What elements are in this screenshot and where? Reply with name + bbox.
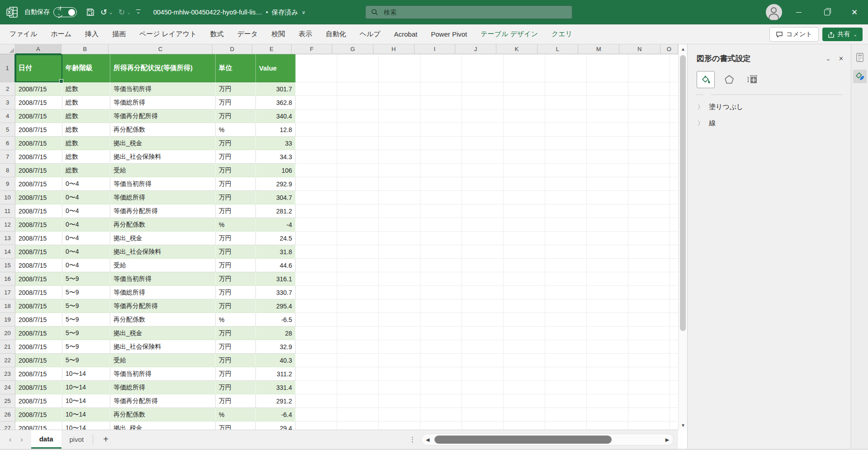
cell-G15[interactable] bbox=[337, 259, 379, 272]
cell-O6[interactable] bbox=[670, 137, 678, 150]
row-header-4[interactable]: 4 bbox=[0, 109, 15, 123]
cell-F7[interactable] bbox=[296, 150, 337, 164]
cell-C2[interactable]: 等価当初所得 bbox=[110, 82, 216, 96]
cell-K4[interactable] bbox=[504, 109, 545, 123]
cell-D9[interactable]: 万円 bbox=[216, 177, 256, 191]
cell-G11[interactable] bbox=[337, 204, 379, 218]
sheet-nav-left-icon[interactable]: ‹ bbox=[9, 436, 11, 444]
cell-D12[interactable]: % bbox=[216, 218, 256, 232]
cell-L12[interactable] bbox=[545, 218, 587, 232]
row-header-20[interactable]: 20 bbox=[0, 327, 15, 340]
cell-A22[interactable]: 2008/7/15 bbox=[15, 354, 62, 367]
ribbon-tab-6[interactable]: データ bbox=[231, 24, 265, 44]
cell-H20[interactable] bbox=[379, 327, 420, 340]
cell-N14[interactable] bbox=[628, 245, 670, 259]
cell-N15[interactable] bbox=[628, 259, 670, 272]
cell-B10[interactable]: 0〜4 bbox=[62, 191, 110, 204]
cell-K5[interactable] bbox=[504, 123, 545, 137]
cell-J13[interactable] bbox=[462, 232, 504, 245]
cell-E23[interactable]: 311.2 bbox=[256, 367, 296, 381]
cell-C4[interactable]: 等価再分配所得 bbox=[110, 109, 216, 123]
effects-tab[interactable] bbox=[720, 71, 738, 88]
row-header-3[interactable]: 3 bbox=[0, 96, 15, 109]
cell-O7[interactable] bbox=[670, 150, 678, 164]
row-header-24[interactable]: 24 bbox=[0, 381, 15, 394]
cell-J15[interactable] bbox=[462, 259, 504, 272]
cell-A16[interactable]: 2008/7/15 bbox=[15, 272, 62, 286]
select-all-corner[interactable] bbox=[0, 44, 15, 54]
cell-G7[interactable] bbox=[337, 150, 379, 164]
cell-J12[interactable] bbox=[462, 218, 504, 232]
cell-G18[interactable] bbox=[337, 299, 379, 313]
cell-J1[interactable] bbox=[462, 54, 504, 82]
column-header-B[interactable]: B bbox=[61, 44, 108, 54]
cell-D13[interactable]: 万円 bbox=[216, 232, 256, 245]
cell-F21[interactable] bbox=[296, 340, 337, 354]
cell-K20[interactable] bbox=[504, 327, 545, 340]
cell-N19[interactable] bbox=[628, 313, 670, 327]
cell-L24[interactable] bbox=[545, 381, 587, 394]
cell-G12[interactable] bbox=[337, 218, 379, 232]
cell-F25[interactable] bbox=[296, 394, 337, 408]
cell-M1[interactable] bbox=[587, 54, 628, 82]
cell-G23[interactable] bbox=[337, 367, 379, 381]
document-title[interactable]: 00450-mhlw-00450422-hyo9-full-lis… • 保存済… bbox=[153, 8, 305, 17]
cell-J22[interactable] bbox=[462, 354, 504, 367]
cell-A3[interactable]: 2008/7/15 bbox=[15, 96, 62, 109]
add-sheet-button[interactable]: + bbox=[94, 430, 118, 449]
cell-G17[interactable] bbox=[337, 286, 379, 299]
customize-quick-access-icon[interactable]: ⌄ bbox=[136, 9, 141, 15]
cell-N18[interactable] bbox=[628, 299, 670, 313]
cell-G10[interactable] bbox=[337, 191, 379, 204]
cell-I18[interactable] bbox=[420, 299, 462, 313]
ribbon-tab-13[interactable]: テーブル デザイン bbox=[474, 24, 545, 44]
cell-B9[interactable]: 0〜4 bbox=[62, 177, 110, 191]
cell-G13[interactable] bbox=[337, 232, 379, 245]
cell-A12[interactable]: 2008/7/15 bbox=[15, 218, 62, 232]
cell-I25[interactable] bbox=[420, 394, 462, 408]
ribbon-tab-2[interactable]: 挿入 bbox=[78, 24, 105, 44]
row-header-6[interactable]: 6 bbox=[0, 137, 15, 150]
cell-C15[interactable]: 受給 bbox=[110, 259, 216, 272]
cell-C6[interactable]: 拠出_税金 bbox=[110, 137, 216, 150]
cell-L6[interactable] bbox=[545, 137, 587, 150]
cell-C12[interactable]: 再分配係数 bbox=[110, 218, 216, 232]
cell-L8[interactable] bbox=[545, 164, 587, 177]
cell-B27[interactable]: 10〜14 bbox=[62, 422, 110, 430]
cell-G20[interactable] bbox=[337, 327, 379, 340]
ribbon-tab-12[interactable]: Power Pivot bbox=[424, 24, 474, 44]
cell-A27[interactable]: 2008/7/15 bbox=[15, 422, 62, 430]
cell-G27[interactable] bbox=[337, 422, 379, 430]
cell-E13[interactable]: 24.5 bbox=[256, 232, 296, 245]
cell-B6[interactable]: 総数 bbox=[62, 137, 110, 150]
cell-B18[interactable]: 5〜9 bbox=[62, 299, 110, 313]
cell-H25[interactable] bbox=[379, 394, 420, 408]
cell-K2[interactable] bbox=[504, 82, 545, 96]
cell-N2[interactable] bbox=[628, 82, 670, 96]
row-header-7[interactable]: 7 bbox=[0, 150, 15, 164]
cell-A14[interactable]: 2008/7/15 bbox=[15, 245, 62, 259]
save-icon[interactable] bbox=[86, 8, 95, 17]
cell-O19[interactable] bbox=[670, 313, 678, 327]
cell-C7[interactable]: 拠出_社会保険料 bbox=[110, 150, 216, 164]
cell-J2[interactable] bbox=[462, 82, 504, 96]
column-header-E[interactable]: E bbox=[252, 44, 292, 54]
cell-K17[interactable] bbox=[504, 286, 545, 299]
cell-I26[interactable] bbox=[420, 408, 462, 422]
cell-M10[interactable] bbox=[587, 191, 628, 204]
undo-icon[interactable]: ↺ bbox=[100, 8, 107, 16]
cell-F26[interactable] bbox=[296, 408, 337, 422]
cell-J8[interactable] bbox=[462, 164, 504, 177]
cell-H16[interactable] bbox=[379, 272, 420, 286]
cell-H15[interactable] bbox=[379, 259, 420, 272]
cell-D21[interactable]: 万円 bbox=[216, 340, 256, 354]
cell-E11[interactable]: 281.2 bbox=[256, 204, 296, 218]
cell-H27[interactable] bbox=[379, 422, 420, 430]
cell-J21[interactable] bbox=[462, 340, 504, 354]
cell-O8[interactable] bbox=[670, 164, 678, 177]
cell-F6[interactable] bbox=[296, 137, 337, 150]
cell-A7[interactable]: 2008/7/15 bbox=[15, 150, 62, 164]
cell-E19[interactable]: -6.5 bbox=[256, 313, 296, 327]
cell-B19[interactable]: 5〜9 bbox=[62, 313, 110, 327]
title-dropdown-icon[interactable]: ∨ bbox=[302, 9, 305, 15]
